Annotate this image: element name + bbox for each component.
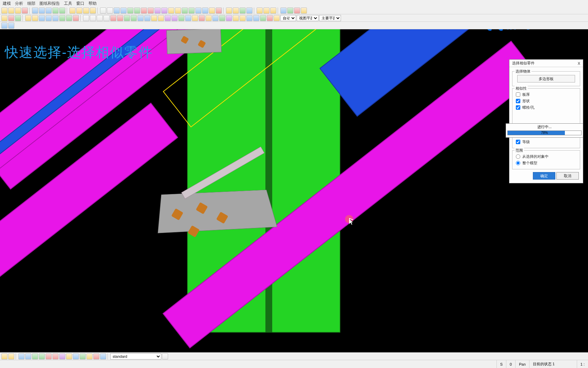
tool-icon[interactable]: [253, 15, 259, 21]
tool-icon[interactable]: [192, 15, 198, 21]
tool-icon[interactable]: [134, 7, 140, 14]
radio-whole-model[interactable]: 整个模型: [514, 160, 578, 166]
tool-icon[interactable]: [59, 15, 65, 21]
combo-mainplane[interactable]: 主要平面: [319, 15, 341, 21]
tool-icon[interactable]: [216, 7, 222, 14]
close-icon[interactable]: X: [578, 61, 580, 65]
tool-icon[interactable]: [39, 7, 45, 14]
tool-icon[interactable]: [274, 15, 280, 21]
tool-icon[interactable]: [260, 15, 266, 21]
tool-icon[interactable]: [117, 15, 123, 21]
check-thickness[interactable]: 板厚: [514, 91, 578, 98]
select-tool-icon[interactable]: [32, 353, 38, 359]
tool-icon[interactable]: [1, 22, 7, 29]
radio-from-selection[interactable]: 从选择的对象中: [514, 153, 578, 160]
tool-icon[interactable]: [185, 15, 191, 21]
tool-icon[interactable]: [32, 7, 38, 14]
tool-icon[interactable]: [263, 7, 270, 14]
select-tool-icon[interactable]: [39, 353, 45, 359]
tool-icon[interactable]: [97, 15, 103, 21]
tool-icon[interactable]: [83, 7, 89, 14]
tool-icon[interactable]: [76, 7, 82, 14]
tool-icon[interactable]: [209, 7, 215, 14]
tool-icon[interactable]: [189, 7, 195, 14]
tool-icon[interactable]: [8, 22, 14, 29]
tool-icon[interactable]: [59, 7, 65, 14]
tool-icon[interactable]: [69, 7, 76, 14]
menu-item[interactable]: 建模: [1, 0, 13, 7]
check-shape[interactable]: 形状: [514, 98, 578, 104]
tool-icon[interactable]: [1, 7, 7, 14]
tool-icon[interactable]: [107, 7, 113, 14]
tool-icon[interactable]: [90, 15, 96, 21]
tool-icon[interactable]: [246, 15, 252, 21]
checkbox[interactable]: [516, 99, 520, 103]
tool-icon[interactable]: [110, 15, 116, 21]
tool-icon[interactable]: [8, 15, 14, 21]
select-tool-icon[interactable]: [93, 353, 99, 359]
tool-icon[interactable]: [90, 7, 96, 14]
tool-icon[interactable]: [141, 7, 147, 14]
tool-icon[interactable]: [240, 7, 246, 14]
tool-icon[interactable]: [219, 15, 225, 21]
cancel-button[interactable]: 取消: [556, 172, 579, 180]
tool-icon[interactable]: [46, 15, 52, 21]
select-tool-icon[interactable]: [59, 353, 65, 359]
tool-icon[interactable]: [206, 15, 212, 21]
tool-icon[interactable]: [137, 15, 144, 21]
select-tool-icon[interactable]: [162, 353, 168, 359]
tool-icon[interactable]: [154, 7, 161, 14]
tool-icon[interactable]: [73, 15, 79, 21]
checkbox[interactable]: [516, 140, 520, 144]
3d-viewport[interactable]: 快速选择-选择相似零件 公众号：搜索"果芯 QQ群号：27109: [0, 29, 588, 360]
tool-icon[interactable]: [257, 7, 263, 14]
checkbox[interactable]: [516, 92, 520, 97]
radio[interactable]: [516, 161, 520, 165]
tool-icon[interactable]: [131, 15, 137, 21]
tool-icon[interactable]: [46, 7, 52, 14]
tool-icon[interactable]: [168, 7, 174, 14]
tool-icon[interactable]: [195, 7, 201, 14]
tool-icon[interactable]: [165, 15, 171, 21]
menu-item[interactable]: 帮助: [86, 0, 99, 7]
tool-icon[interactable]: [294, 7, 300, 14]
menu-item[interactable]: 窗口: [74, 0, 86, 7]
select-tool-icon[interactable]: [100, 353, 106, 359]
tool-icon[interactable]: [103, 15, 110, 21]
select-tool-icon[interactable]: [8, 353, 14, 359]
tool-icon[interactable]: [25, 15, 31, 21]
check-bolts[interactable]: 螺栓/孔: [514, 104, 578, 111]
tool-icon[interactable]: [202, 7, 208, 14]
tool-icon[interactable]: [287, 7, 293, 14]
select-tool-icon[interactable]: [66, 353, 72, 359]
tool-icon[interactable]: [246, 7, 252, 14]
tool-icon[interactable]: [240, 15, 246, 21]
checkbox[interactable]: [516, 105, 520, 110]
tool-icon[interactable]: [144, 15, 150, 21]
select-tool-icon[interactable]: [25, 353, 31, 359]
object-type-button[interactable]: 多边形板: [517, 75, 575, 82]
tool-icon[interactable]: [32, 15, 38, 21]
tool-icon[interactable]: [226, 15, 232, 21]
tool-icon[interactable]: [280, 7, 287, 14]
tool-icon[interactable]: [124, 15, 130, 21]
tool-icon[interactable]: [172, 15, 178, 21]
tool-icon[interactable]: [52, 15, 59, 21]
select-tool-icon[interactable]: [80, 353, 86, 359]
select-tool-icon[interactable]: [86, 353, 93, 359]
tool-icon[interactable]: [270, 7, 276, 14]
tool-icon[interactable]: [158, 15, 164, 21]
tool-icon[interactable]: [66, 15, 72, 21]
tool-icon[interactable]: [39, 15, 45, 21]
radio[interactable]: [516, 154, 520, 159]
select-tool-icon[interactable]: [18, 353, 24, 359]
tool-icon[interactable]: [1, 15, 7, 21]
tool-icon[interactable]: [83, 15, 89, 21]
tool-icon[interactable]: [114, 7, 120, 14]
tool-icon[interactable]: [15, 15, 21, 21]
tool-icon[interactable]: [301, 7, 307, 14]
ok-button[interactable]: 确定: [533, 172, 555, 180]
tool-icon[interactable]: [151, 15, 157, 21]
tool-icon[interactable]: [52, 7, 59, 14]
select-tool-icon[interactable]: [73, 353, 79, 359]
